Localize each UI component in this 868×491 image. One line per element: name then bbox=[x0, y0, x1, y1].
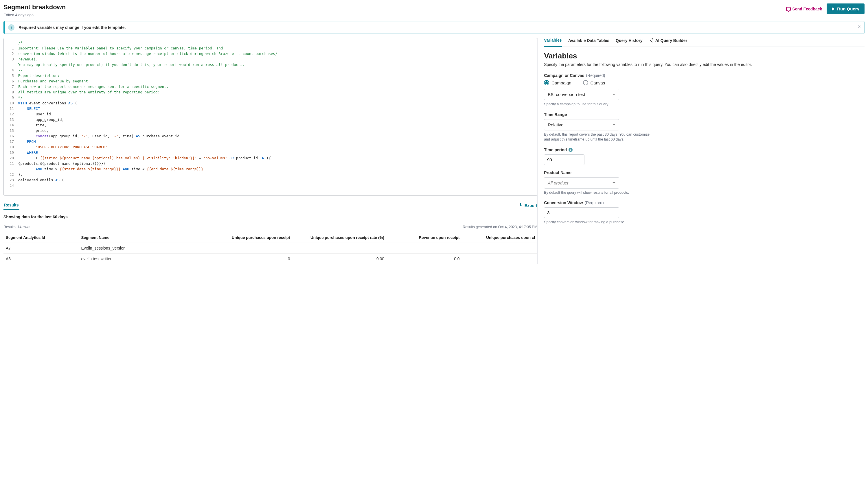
info-icon: i bbox=[8, 24, 15, 31]
editor-code[interactable]: /* Important: Please use the Variables p… bbox=[17, 38, 537, 196]
variables-title: Variables bbox=[544, 52, 865, 60]
label-time-period: Time period i bbox=[544, 147, 865, 152]
table-row[interactable]: A8 evelin test written 0 0.00 0.0 bbox=[3, 254, 537, 264]
variables-desc: Specify the parameters for the following… bbox=[544, 62, 865, 67]
send-feedback-link[interactable]: Send Feedback bbox=[786, 7, 822, 11]
editor-gutter: 123 456789101112131415161718192021 22232… bbox=[4, 38, 17, 196]
col-revenue-receipt[interactable]: Revenue upon receipt bbox=[387, 232, 462, 243]
campaign-select[interactable]: BSI conversion test bbox=[544, 89, 619, 100]
radio-campaign[interactable]: Campaign bbox=[544, 80, 571, 85]
chevron-down-icon bbox=[613, 124, 615, 125]
time-range-select[interactable]: Relative bbox=[544, 119, 619, 131]
table-header-row: Segment Analytics Id Segment Name Unique… bbox=[3, 232, 537, 243]
tab-available-data-tables[interactable]: Available Data Tables bbox=[568, 38, 609, 47]
label-campaign-or-canvas: Campaign or Canvas (Required) bbox=[544, 73, 865, 78]
results-table: Segment Analytics Id Segment Name Unique… bbox=[3, 232, 537, 264]
export-button[interactable]: Export bbox=[519, 203, 537, 208]
download-icon bbox=[519, 204, 523, 207]
col-unique-purchases-click[interactable]: Unique purchases upon cl bbox=[462, 232, 538, 243]
feedback-icon bbox=[786, 7, 791, 11]
col-unique-purchases-receipt[interactable]: Unique purchases upon receipt bbox=[204, 232, 292, 243]
table-row[interactable]: A7 Evelin_sessions_version bbox=[3, 243, 537, 254]
close-icon[interactable]: × bbox=[858, 24, 861, 30]
label-product-name: Product Name bbox=[544, 170, 865, 175]
tab-ai-query-builder[interactable]: AI Query Builder bbox=[649, 38, 687, 47]
conversion-window-input[interactable] bbox=[544, 207, 619, 218]
chevron-down-icon bbox=[613, 94, 615, 95]
help-campaign: Specify a campaign to use for this query bbox=[544, 102, 865, 107]
export-label: Export bbox=[525, 203, 537, 208]
showing-range: Showing data for the last 60 days bbox=[3, 214, 537, 219]
product-name-select[interactable]: All product bbox=[544, 177, 619, 189]
col-segment-name[interactable]: Segment Name bbox=[79, 232, 204, 243]
feedback-label: Send Feedback bbox=[792, 7, 822, 11]
wand-icon bbox=[649, 38, 653, 43]
tab-results[interactable]: Results bbox=[3, 201, 19, 210]
edited-timestamp: Edited 4 days ago bbox=[3, 13, 66, 17]
run-label: Run Query bbox=[837, 6, 859, 11]
tab-query-history[interactable]: Query History bbox=[616, 38, 643, 47]
results-count: Results: 14 rows bbox=[3, 225, 30, 229]
label-time-range: Time Range bbox=[544, 112, 865, 117]
run-query-button[interactable]: Run Query bbox=[827, 3, 865, 14]
time-period-input[interactable] bbox=[544, 154, 584, 165]
sql-editor[interactable]: 123 456789101112131415161718192021 22232… bbox=[3, 38, 537, 196]
banner-text: Required variables may change if you edi… bbox=[19, 25, 125, 30]
chevron-down-icon bbox=[613, 182, 615, 183]
info-icon[interactable]: i bbox=[568, 148, 572, 152]
label-conversion-window: Conversion Window (Required) bbox=[544, 200, 865, 205]
results-generated-at: Results generated on Oct 4, 2023, 4:17:3… bbox=[463, 225, 537, 229]
right-panel-tabs: Variables Available Data Tables Query Hi… bbox=[544, 38, 865, 47]
help-conversion-window: Specify conversion window for making a p… bbox=[544, 220, 865, 225]
page-title: Segment breakdown bbox=[3, 3, 66, 11]
play-icon bbox=[832, 7, 835, 11]
col-unique-purchases-receipt-rate[interactable]: Unique purchases upon receipt rate (%) bbox=[292, 232, 387, 243]
col-segment-id[interactable]: Segment Analytics Id bbox=[3, 232, 79, 243]
info-banner: i Required variables may change if you e… bbox=[3, 21, 865, 34]
help-product-name: By default the query will show results f… bbox=[544, 190, 865, 196]
radio-canvas[interactable]: Canvas bbox=[583, 80, 605, 85]
tab-variables[interactable]: Variables bbox=[544, 38, 562, 47]
help-time-range: By default, this report covers the past … bbox=[544, 132, 654, 142]
